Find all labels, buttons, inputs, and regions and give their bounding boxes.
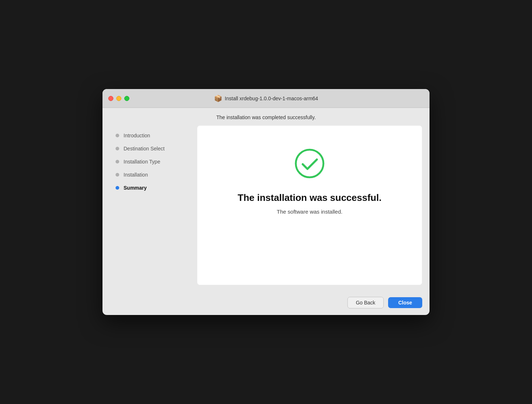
sidebar-dot-installation-type <box>116 160 119 163</box>
sidebar-dot-installation <box>116 173 119 177</box>
status-text: The installation was completed successfu… <box>216 114 316 120</box>
sidebar-item-summary: Summary <box>110 181 197 194</box>
success-subtitle: The software was installed. <box>277 209 343 215</box>
close-button[interactable]: Close <box>388 297 422 308</box>
footer: Go Back Close <box>102 292 430 315</box>
app-icon: 📦 <box>214 94 222 102</box>
minimize-traffic-light[interactable] <box>116 96 121 101</box>
status-bar: The installation was completed successfu… <box>102 108 430 125</box>
sidebar-dot-destination <box>116 147 119 150</box>
window-body: The installation was completed successfu… <box>102 108 430 315</box>
success-checkmark-icon <box>293 147 326 180</box>
titlebar: 📦 Install xrdebug-1.0.0-dev-1-macos-arm6… <box>102 89 430 108</box>
sidebar-item-destination: Destination Select <box>110 142 197 155</box>
success-title: The installation was successful. <box>238 192 382 203</box>
sidebar-label-destination: Destination Select <box>124 146 165 152</box>
window-title: Install xrdebug-1.0.0-dev-1-macos-arm64 <box>225 96 318 101</box>
sidebar-item-introduction: Introduction <box>110 129 197 142</box>
sidebar-dot-summary <box>116 186 119 190</box>
go-back-button[interactable]: Go Back <box>347 297 384 308</box>
sidebar-label-introduction: Introduction <box>124 133 150 138</box>
sidebar-item-installation-type: Installation Type <box>110 155 197 168</box>
sidebar-label-summary: Summary <box>124 185 147 191</box>
maximize-traffic-light[interactable] <box>124 96 129 101</box>
main-panel: The installation was successful. The sof… <box>197 125 422 285</box>
traffic-lights <box>108 96 129 101</box>
sidebar: Introduction Destination Select Installa… <box>110 125 197 292</box>
sidebar-item-installation: Installation <box>110 168 197 181</box>
sidebar-dot-introduction <box>116 134 119 137</box>
success-icon-wrapper <box>293 147 326 181</box>
svg-point-0 <box>296 150 323 177</box>
titlebar-content: 📦 Install xrdebug-1.0.0-dev-1-macos-arm6… <box>214 94 318 102</box>
sidebar-label-installation: Installation <box>124 172 148 178</box>
installer-window: 📦 Install xrdebug-1.0.0-dev-1-macos-arm6… <box>102 89 430 315</box>
sidebar-label-installation-type: Installation Type <box>124 159 160 165</box>
content-area: Introduction Destination Select Installa… <box>102 125 430 292</box>
close-traffic-light[interactable] <box>108 96 113 101</box>
